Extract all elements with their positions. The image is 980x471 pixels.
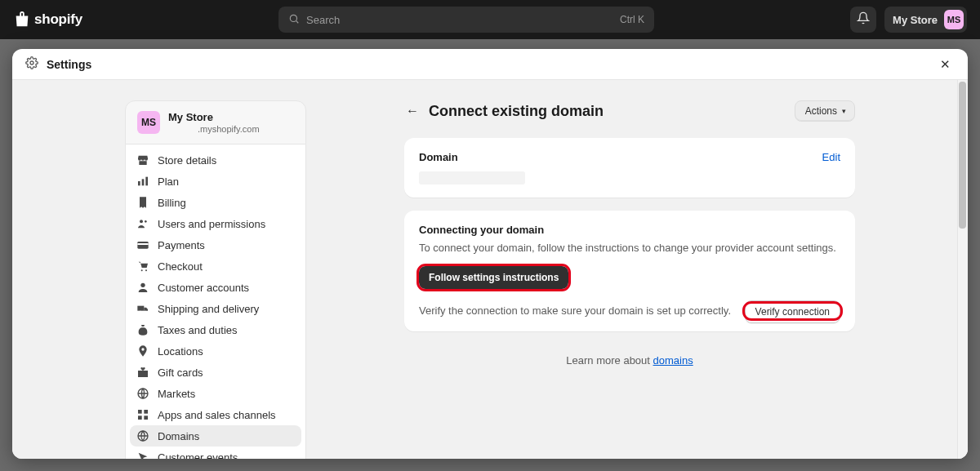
- gift-icon: [136, 366, 149, 379]
- store-name: My Store: [893, 14, 938, 26]
- follow-instructions-highlight: Follow settings instructions: [419, 266, 568, 289]
- domain-icon: [136, 429, 149, 442]
- global-search[interactable]: Search Ctrl K: [278, 7, 654, 33]
- notifications-button[interactable]: [850, 7, 876, 33]
- connect-instructions: To connect your domain, follow the instr…: [419, 241, 840, 256]
- nav-taxes[interactable]: Taxes and duties: [130, 319, 301, 340]
- svg-rect-8: [137, 242, 148, 249]
- nav-label: Shipping and delivery: [158, 303, 259, 315]
- store-switcher[interactable]: My Store MS: [884, 7, 967, 33]
- pin-icon: [136, 344, 149, 358]
- svg-point-7: [145, 220, 147, 223]
- main-content: ← Connect existing domain Actions ▾ Doma…: [306, 100, 855, 459]
- nav-domains[interactable]: Domains: [130, 425, 301, 447]
- settings-sidebar: MS My Store .myshopify.com Store details…: [125, 100, 306, 459]
- sidebar-store-header[interactable]: MS My Store .myshopify.com: [125, 100, 306, 144]
- sidebar-nav: Store details Plan Billing Users and per…: [125, 144, 306, 459]
- svg-point-0: [290, 15, 296, 21]
- svg-point-12: [140, 283, 145, 287]
- svg-point-10: [141, 269, 143, 271]
- svg-rect-5: [145, 177, 148, 186]
- domains-doc-link[interactable]: domains: [653, 354, 693, 367]
- globe-icon: [136, 387, 149, 400]
- nav-users[interactable]: Users and permissions: [130, 213, 301, 234]
- nav-store-details[interactable]: Store details: [130, 149, 301, 171]
- svg-rect-13: [137, 306, 144, 311]
- svg-point-6: [140, 220, 143, 223]
- nav-label: Store details: [158, 154, 216, 167]
- svg-rect-20: [138, 410, 142, 414]
- topbar: shopify Search Ctrl K My Store MS: [0, 0, 980, 39]
- nav-label: Taxes and duties: [158, 324, 238, 336]
- svg-line-1: [296, 20, 299, 23]
- nav-label: Apps and sales channels: [158, 409, 276, 421]
- settings-title: Settings: [47, 58, 91, 71]
- nav-label: Customer events: [158, 451, 238, 460]
- scrollbar-track[interactable]: [957, 80, 968, 459]
- svg-rect-9: [137, 243, 148, 245]
- search-placeholder: Search: [306, 14, 620, 26]
- nav-label: Checkout: [158, 260, 203, 273]
- apps-icon: [136, 408, 149, 421]
- nav-label: Payments: [158, 239, 205, 251]
- nav-label: Gift cards: [158, 367, 203, 379]
- domain-card: Domain Edit: [404, 138, 855, 198]
- card-icon: [136, 238, 149, 251]
- bell-icon: [857, 11, 870, 28]
- nav-locations[interactable]: Locations: [130, 340, 301, 362]
- gear-icon: [25, 56, 38, 73]
- nav-checkout[interactable]: Checkout: [130, 255, 301, 277]
- close-button[interactable]: ✕: [935, 55, 955, 74]
- settings-header: Settings ✕: [12, 49, 968, 80]
- store-avatar: MS: [137, 111, 160, 134]
- verify-connection-button[interactable]: Verify connection: [745, 300, 840, 323]
- page-title: Connect existing domain: [429, 103, 786, 120]
- cursor-icon: [136, 451, 149, 459]
- arrow-left-icon: ←: [406, 104, 419, 118]
- nav-customer-accounts[interactable]: Customer accounts: [130, 277, 301, 298]
- nav-customer-events[interactable]: Customer events: [130, 447, 301, 459]
- edit-domain-link[interactable]: Edit: [822, 151, 840, 163]
- svg-rect-18: [138, 371, 148, 373]
- chart-icon: [136, 175, 149, 188]
- follow-instructions-button[interactable]: Follow settings instructions: [419, 266, 568, 289]
- nav-label: Domains: [158, 430, 199, 442]
- learn-more: Learn more about domains: [404, 354, 855, 367]
- connect-title: Connecting your domain: [419, 224, 840, 236]
- learn-more-prefix: Learn more about: [566, 354, 653, 367]
- nav-apps[interactable]: Apps and sales channels: [130, 404, 301, 425]
- svg-rect-4: [142, 179, 145, 185]
- svg-point-11: [145, 269, 147, 271]
- receipt-icon: [136, 196, 149, 209]
- settings-modal: Settings ✕ MS My Store .myshopify.com St…: [12, 49, 968, 459]
- search-shortcut: Ctrl K: [620, 14, 644, 25]
- nav-label: Locations: [158, 345, 203, 358]
- connect-domain-card: Connecting your domain To connect your d…: [404, 211, 855, 331]
- users-icon: [136, 217, 149, 230]
- actions-label: Actions: [805, 105, 837, 117]
- domain-value-redacted: [419, 171, 525, 184]
- nav-markets[interactable]: Markets: [130, 383, 301, 404]
- nav-payments[interactable]: Payments: [130, 234, 301, 255]
- actions-button[interactable]: Actions ▾: [795, 100, 855, 122]
- nav-gift-cards[interactable]: Gift cards: [130, 362, 301, 383]
- sidebar-store-name: My Store: [168, 111, 260, 123]
- nav-billing[interactable]: Billing: [130, 192, 301, 213]
- scrollbar-thumb[interactable]: [959, 82, 966, 229]
- nav-plan[interactable]: Plan: [130, 171, 301, 192]
- close-icon: ✕: [940, 57, 951, 72]
- svg-rect-21: [144, 410, 148, 414]
- svg-rect-23: [144, 415, 148, 420]
- sidebar-store-domain-suffix: .myshopify.com: [168, 124, 260, 134]
- money-bag-icon: [136, 323, 149, 336]
- nav-label: Plan: [158, 176, 179, 188]
- svg-rect-3: [138, 181, 140, 185]
- verify-text: Verify the connection to make sure your …: [419, 304, 732, 317]
- nav-label: Billing: [158, 197, 186, 209]
- brand-name: shopify: [34, 11, 82, 28]
- back-button[interactable]: ←: [404, 103, 421, 119]
- shopify-logo[interactable]: shopify: [13, 11, 82, 29]
- domain-label: Domain: [419, 151, 458, 163]
- nav-shipping[interactable]: Shipping and delivery: [130, 298, 301, 319]
- nav-label: Markets: [158, 388, 195, 400]
